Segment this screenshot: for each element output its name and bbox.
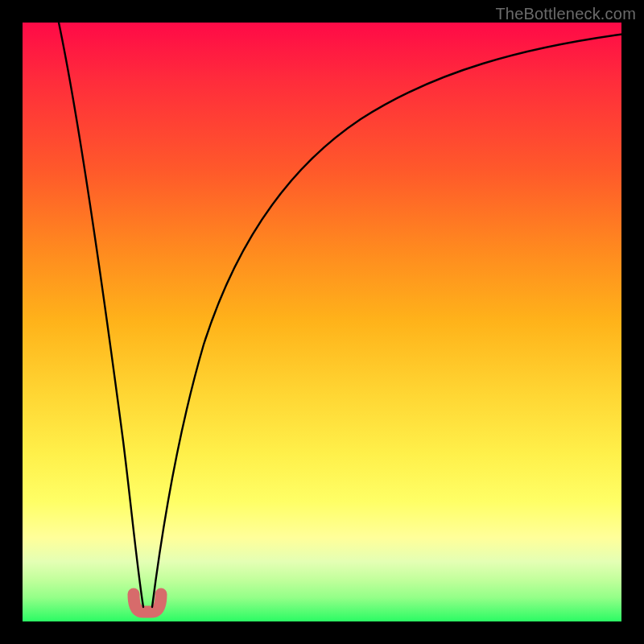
plot-area [23, 23, 621, 621]
bottleneck-curve [59, 23, 638, 607]
curve-layer [23, 23, 621, 621]
watermark-text: TheBottleneck.com [495, 5, 636, 23]
highlight-marker [134, 594, 161, 612]
chart-canvas: TheBottleneck.com [0, 0, 644, 644]
